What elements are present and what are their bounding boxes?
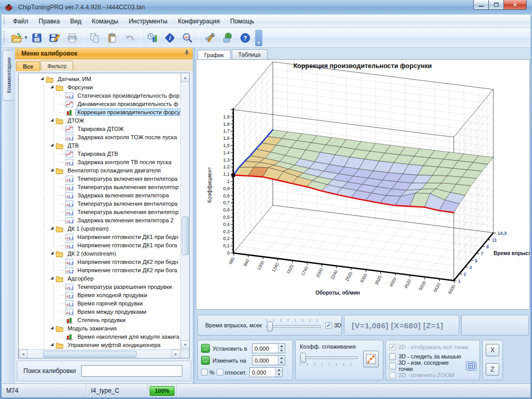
chart-canvas[interactable]: 00,10,20,30,40,50,60,70,80,911,11,21,31,… xyxy=(196,59,530,310)
maximize-button[interactable] xyxy=(489,0,503,10)
save-as-button[interactable] xyxy=(46,30,63,46)
tree-item[interactable]: =1.2Температура включения вентилятора xyxy=(39,175,180,183)
undo-button[interactable] xyxy=(122,30,138,46)
tab-filter[interactable]: Фильтр xyxy=(41,61,73,71)
menu-item-файл[interactable]: Файл xyxy=(8,16,34,27)
settings-tools-button[interactable] xyxy=(202,30,218,46)
close-button[interactable]: ✕ xyxy=(503,0,527,10)
expand-icon[interactable] xyxy=(50,143,54,147)
z-axis-button[interactable]: Z xyxy=(486,363,499,376)
scroll-left-button[interactable]: ◄ xyxy=(19,350,28,358)
tree-item[interactable]: =1.2Температура выключения вентилятор xyxy=(39,208,180,216)
tree-horizontal-scrollbar[interactable]: ◄ ► xyxy=(19,349,180,358)
percent-checkbox[interactable] xyxy=(201,369,208,376)
tree-item[interactable]: ДК 1 (upstream) xyxy=(39,224,180,233)
apply-set-button[interactable]: → xyxy=(201,344,210,353)
menu-item-команды[interactable]: Команды xyxy=(87,16,124,27)
tree-item[interactable]: =1.2Температура разрешения продувки xyxy=(39,283,180,291)
tree-item[interactable]: =1.2Статическая производительность фор xyxy=(39,91,180,100)
comments-tab[interactable]: Комментарии xyxy=(3,50,14,101)
menu-item-конфигурация[interactable]: Конфигурация xyxy=(172,16,225,27)
expand-icon[interactable] xyxy=(50,85,54,88)
tab-all[interactable]: Все xyxy=(16,61,40,71)
tree-item[interactable]: Датчики, ИМ xyxy=(39,75,180,83)
apply-change-button[interactable]: → xyxy=(201,356,210,365)
tree-item[interactable]: =1.2Время холодной продувки xyxy=(39,291,180,299)
help-button[interactable]: ? xyxy=(237,30,254,46)
tree-item[interactable]: Степень продувки xyxy=(39,316,180,324)
zoom-110-button[interactable]: 110 xyxy=(179,30,196,46)
interpolate-button[interactable] xyxy=(363,351,379,367)
tree-item[interactable]: =1.2Напряжение готовности ДК2 при бога xyxy=(39,266,180,274)
online-update-button[interactable] xyxy=(219,30,236,46)
open-file-dropdown[interactable]: ▼ xyxy=(24,35,28,40)
tree-item[interactable]: =1.2Температура включения вентилятора xyxy=(39,200,180,208)
tab-table[interactable]: Таблица xyxy=(232,49,268,59)
tree-item[interactable]: =1.2Задержка контроля ТВ после пуска xyxy=(39,158,180,166)
tab-graph[interactable]: График xyxy=(197,50,231,60)
menu-item-инструменты[interactable]: Инструменты xyxy=(124,16,173,27)
expand-icon[interactable] xyxy=(50,168,54,171)
3d-checkbox[interactable] xyxy=(325,322,332,329)
x-axis-button[interactable]: X xyxy=(486,344,499,356)
tree-item[interactable]: =1.2Температура выключения вентилятор xyxy=(39,183,180,191)
option-checkbox[interactable] xyxy=(389,353,396,360)
change-value-spinner[interactable]: 0,000 xyxy=(252,355,285,365)
scroll-right-button[interactable]: ► xyxy=(171,350,180,358)
tree-item[interactable]: Тарировка ДТОЖ xyxy=(39,125,180,133)
tree-item[interactable]: Коррекция производительности форсу xyxy=(39,108,180,116)
toolbar-overflow-button[interactable]: ▾ xyxy=(255,30,262,46)
tree-item[interactable]: =1.2Время между продувками xyxy=(39,308,180,316)
open-file-button[interactable] xyxy=(8,30,25,46)
tree-vertical-scrollbar[interactable]: ▲ ▼ xyxy=(180,73,189,349)
sidebar-grip[interactable] xyxy=(17,49,19,57)
minimize-button[interactable] xyxy=(473,0,489,10)
menu-item-помощь[interactable]: Помощь xyxy=(225,16,259,27)
tree-item[interactable]: =1.2Время горячей продувки xyxy=(39,299,180,308)
tree-item[interactable]: ДК 2 (downstream) xyxy=(39,249,180,258)
search-input[interactable] xyxy=(81,365,182,377)
toolbar-grip[interactable] xyxy=(3,31,6,45)
print-button[interactable] xyxy=(64,30,81,46)
scroll-thumb-h[interactable] xyxy=(43,351,137,357)
relative-checkbox[interactable] xyxy=(217,369,223,376)
scroll-thumb[interactable] xyxy=(182,217,189,255)
menu-grip[interactable] xyxy=(3,17,6,26)
expand-icon[interactable] xyxy=(50,276,54,280)
set-value-spinner[interactable]: 0,000 xyxy=(252,343,285,353)
tree-item[interactable]: Адсорбер xyxy=(39,274,180,283)
paste-button[interactable] xyxy=(104,30,121,46)
tree-item[interactable]: Тарировка ДТВ xyxy=(39,150,180,158)
tree-item[interactable]: Время накопления для модуля зажига xyxy=(39,332,180,341)
tree-item[interactable]: Управление муфтой кондиционера xyxy=(39,341,180,349)
properties-info-button[interactable]: i xyxy=(162,30,178,46)
chart-report-button[interactable] xyxy=(144,30,161,46)
tree-item[interactable]: Динамическая производительность ф xyxy=(39,100,180,108)
expand-icon[interactable] xyxy=(41,77,44,80)
copy-button[interactable] xyxy=(86,30,103,46)
tree-item[interactable]: Форсунки xyxy=(39,83,180,91)
expand-icon[interactable] xyxy=(50,118,54,122)
menu-item-вид[interactable]: Вид xyxy=(65,16,87,27)
expand-icon[interactable] xyxy=(50,227,54,230)
tree-item[interactable]: =1.2Задержка включения вентилятора xyxy=(39,191,180,200)
tree-item[interactable]: ДТОЖ xyxy=(39,116,180,125)
relative-value-spinner[interactable]: 0,000 xyxy=(249,367,283,377)
expand-icon[interactable] xyxy=(50,251,54,255)
save-button[interactable] xyxy=(29,30,45,46)
tree-item[interactable]: =1.2Задержка включения вентилятора 2 xyxy=(39,216,180,224)
injection-time-slider[interactable] xyxy=(266,322,321,331)
pin-icon[interactable] xyxy=(184,49,190,58)
tree-item[interactable]: =1.2Напряжение готовности ДК1 при бедн xyxy=(39,233,180,241)
grid-edit-button[interactable] xyxy=(466,362,476,370)
expand-icon[interactable] xyxy=(50,326,54,329)
tree-item[interactable]: Модуль зажигания xyxy=(39,324,180,332)
surface-chart[interactable]: 00,10,20,30,40,50,60,70,80,911,11,21,31,… xyxy=(196,60,529,309)
scroll-up-button[interactable]: ▲ xyxy=(181,73,190,82)
option-checkbox[interactable] xyxy=(389,363,396,369)
option-checkbox[interactable] xyxy=(389,372,396,379)
tree-item[interactable]: Вентилятор охлаждения двигателя xyxy=(39,166,180,175)
tree-item[interactable]: =1.2Задержка контроля ТОЖ после пуска xyxy=(39,133,180,141)
option-checkbox[interactable] xyxy=(389,344,396,351)
scroll-down-button[interactable]: ▼ xyxy=(181,340,190,349)
